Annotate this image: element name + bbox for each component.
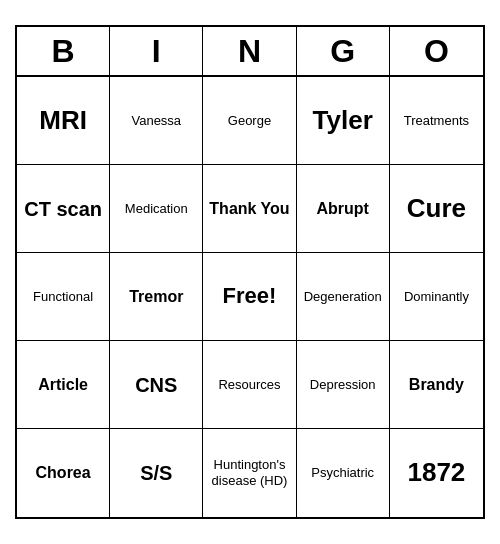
header-letter: O: [390, 27, 483, 75]
cell-text: Huntington's disease (HD): [207, 457, 291, 488]
bingo-cell: Functional: [17, 253, 110, 341]
bingo-header: BINGO: [17, 27, 483, 77]
cell-text: Free!: [223, 283, 277, 309]
cell-text: Abrupt: [316, 199, 368, 218]
bingo-cell: Depression: [297, 341, 390, 429]
cell-text: Dominantly: [404, 289, 469, 305]
bingo-cell: 1872: [390, 429, 483, 517]
header-letter: I: [110, 27, 203, 75]
bingo-cell: Medication: [110, 165, 203, 253]
bingo-cell: Thank You: [203, 165, 296, 253]
cell-text: Depression: [310, 377, 376, 393]
cell-text: Article: [38, 375, 88, 394]
cell-text: Cure: [407, 193, 466, 224]
header-letter: G: [297, 27, 390, 75]
bingo-cell: Treatments: [390, 77, 483, 165]
bingo-cell: Article: [17, 341, 110, 429]
cell-text: Functional: [33, 289, 93, 305]
cell-text: Psychiatric: [311, 465, 374, 481]
header-letter: N: [203, 27, 296, 75]
cell-text: Chorea: [36, 463, 91, 482]
cell-text: Tremor: [129, 287, 183, 306]
cell-text: MRI: [39, 105, 87, 136]
cell-text: Medication: [125, 201, 188, 217]
bingo-cell: Free!: [203, 253, 296, 341]
cell-text: Resources: [218, 377, 280, 393]
cell-text: CT scan: [24, 197, 102, 221]
cell-text: Vanessa: [131, 113, 181, 129]
bingo-card: BINGO MRIVanessaGeorgeTylerTreatmentsCT …: [15, 25, 485, 519]
cell-text: Degeneration: [304, 289, 382, 305]
bingo-cell: Resources: [203, 341, 296, 429]
bingo-cell: CT scan: [17, 165, 110, 253]
bingo-cell: Huntington's disease (HD): [203, 429, 296, 517]
bingo-cell: CNS: [110, 341, 203, 429]
cell-text: Tyler: [313, 105, 373, 136]
bingo-cell: S/S: [110, 429, 203, 517]
bingo-cell: Psychiatric: [297, 429, 390, 517]
bingo-cell: MRI: [17, 77, 110, 165]
cell-text: S/S: [140, 461, 172, 485]
bingo-cell: Degeneration: [297, 253, 390, 341]
bingo-cell: Cure: [390, 165, 483, 253]
header-letter: B: [17, 27, 110, 75]
cell-text: 1872: [407, 457, 465, 488]
cell-text: Treatments: [404, 113, 469, 129]
bingo-cell: Tyler: [297, 77, 390, 165]
bingo-cell: Tremor: [110, 253, 203, 341]
bingo-grid: MRIVanessaGeorgeTylerTreatmentsCT scanMe…: [17, 77, 483, 517]
bingo-cell: Abrupt: [297, 165, 390, 253]
cell-text: Thank You: [209, 199, 289, 218]
bingo-cell: George: [203, 77, 296, 165]
bingo-cell: Chorea: [17, 429, 110, 517]
bingo-cell: Dominantly: [390, 253, 483, 341]
cell-text: CNS: [135, 373, 177, 397]
cell-text: George: [228, 113, 271, 129]
cell-text: Brandy: [409, 375, 464, 394]
bingo-cell: Brandy: [390, 341, 483, 429]
bingo-cell: Vanessa: [110, 77, 203, 165]
